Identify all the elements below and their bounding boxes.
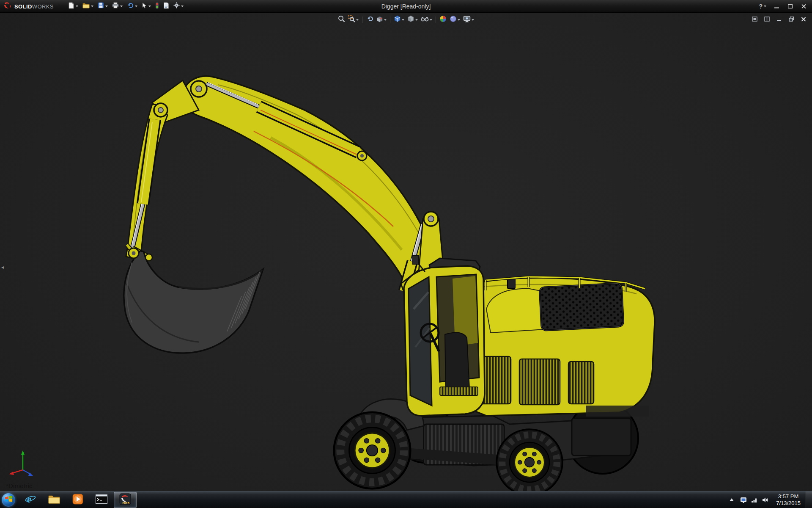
chevron-down-icon [91,6,93,7]
doc-fullscreen-button[interactable] [750,15,759,23]
volume-icon[interactable] [762,496,769,504]
headsup-view-toolbar [334,14,478,26]
chevron-down-icon [764,6,766,7]
chevron-down-icon [135,6,137,7]
new-button[interactable] [66,1,80,11]
solidworks-year-badge: 2015 [122,501,129,505]
triad-z-axis [23,470,33,476]
file-properties-button[interactable] [162,1,171,11]
clock-time: 3:57 PM [776,493,801,500]
main-toolbar [59,1,185,11]
edit-appearance-ball-icon [439,15,447,24]
taskbar: e [0,491,812,508]
select-button[interactable] [140,1,153,11]
side-vent-grille [519,359,560,405]
print-button[interactable] [110,1,124,11]
previous-view-button[interactable] [365,15,374,25]
command-prompt-icon [96,494,107,505]
svg-text:e: e [27,494,31,505]
taskbar-item-command-prompt[interactable] [90,492,113,508]
undo-button[interactable] [125,1,139,11]
open-button[interactable] [81,1,95,11]
minimize-button[interactable] [771,2,782,11]
operator-cab[interactable] [404,256,485,416]
previous-view-icon [366,16,373,24]
document-window-controls [750,15,808,23]
taskbar-item-solidworks-2015[interactable]: 2015 [114,492,137,508]
apply-scene-sphere-icon [450,15,457,24]
new-document-icon [68,2,74,11]
folder-icon [48,494,60,505]
zoom-to-area-icon [348,15,355,24]
view-orientation-label: *Dimetric [6,482,33,489]
chevron-down-icon [148,6,151,7]
options-gear-icon [173,2,180,10]
featuremanager-flyout-arrow[interactable]: ◂ [0,262,5,273]
chevron-down-icon [402,19,404,21]
close-button[interactable] [798,2,809,11]
taskbar-item-media-player[interactable] [66,492,89,508]
cursor-arrow-icon [142,2,147,10]
show-desktop-button[interactable] [806,491,812,508]
tray-app-icon[interactable] [740,496,747,504]
solidworks-logo-icon [3,2,12,11]
view-settings-button[interactable] [462,15,475,25]
rebuild-stoplight-icon [155,2,159,11]
triad-x-axis [9,470,23,475]
help-question-icon: ? [759,3,763,10]
side-vent-grille [568,362,594,404]
digger-3d-model[interactable] [0,13,812,491]
doc-pane-button[interactable] [763,15,771,23]
reference-triad[interactable] [8,447,37,479]
view-orientation-cube-icon [394,15,401,24]
chevron-down-icon [181,6,184,7]
media-player-icon [72,494,83,506]
chevron-down-icon [384,19,387,21]
system-tray: 3:57 PM 7/13/2015 [727,491,812,508]
boom-arm[interactable] [182,76,429,282]
start-button[interactable] [0,491,17,508]
open-folder-icon [82,3,90,10]
section-view-button[interactable] [375,15,387,25]
maximize-button[interactable] [784,2,796,11]
view-orientation-button[interactable] [393,14,405,25]
toolbar-separator [362,17,362,23]
chevron-down-icon [76,6,78,7]
cab-mirror [413,256,419,264]
taskbar-item-windows-explorer[interactable] [43,492,66,508]
rear-wheel [497,429,562,491]
rebuild-button[interactable] [154,1,161,11]
file-properties-icon [163,2,169,11]
doc-close-button[interactable] [799,15,808,23]
hide-show-items-button[interactable] [420,15,433,25]
clock-date: 7/13/2015 [776,500,801,507]
bucket[interactable] [124,251,263,353]
hide-show-eye-icon [421,16,429,24]
undo-arrow-icon [127,3,134,10]
network-icon[interactable] [751,496,758,504]
chevron-down-icon [415,19,418,21]
save-disk-icon [98,2,104,10]
apply-scene-button[interactable] [449,14,461,25]
help-button[interactable]: ? [756,3,769,10]
graphics-area[interactable]: ◂ *Dimetric [0,13,812,491]
zoom-to-area-button[interactable] [347,14,359,25]
taskbar-item-internet-explorer[interactable]: e [19,492,42,508]
options-button[interactable] [172,1,185,11]
edit-appearance-button[interactable] [439,14,447,25]
printer-icon [112,2,119,10]
chevron-down-icon [356,19,359,21]
display-style-button[interactable] [406,14,419,25]
chevron-down-icon [458,19,460,21]
titlebar: SOLIDWORKS [0,0,812,13]
taskbar-clock[interactable]: 3:57 PM 7/13/2015 [773,493,806,507]
engine-grille [540,283,624,331]
app-brand: SOLIDWORKS [0,2,59,11]
chevron-down-icon [472,19,474,21]
section-view-icon [376,16,383,24]
doc-minimize-button[interactable] [775,15,783,23]
save-button[interactable] [96,1,110,11]
doc-restore-button[interactable] [787,15,796,23]
show-hidden-icons-button[interactable] [727,492,736,508]
zoom-to-fit-button[interactable] [337,14,346,25]
